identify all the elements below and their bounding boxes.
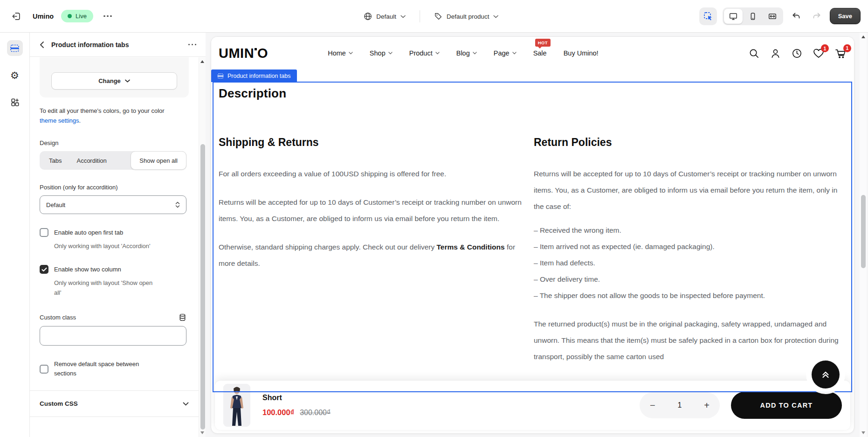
- save-button[interactable]: Save: [830, 8, 861, 24]
- clock-icon: [792, 48, 802, 59]
- panel-scrollbar-thumb[interactable]: [200, 144, 205, 430]
- hot-badge: HOT: [535, 39, 551, 47]
- recently-viewed-button[interactable]: [792, 48, 802, 59]
- nav-buy-umino[interactable]: Buy Umino!: [564, 49, 599, 57]
- settings-panel: Product information tabs Change To edit …: [30, 33, 206, 437]
- ellipsis-icon: [103, 15, 112, 17]
- two-column-checkbox[interactable]: [40, 265, 48, 274]
- exit-icon: [11, 11, 21, 21]
- chevron-down-icon: [493, 15, 498, 18]
- panel-body: Change To edit all your theme's colors, …: [30, 57, 199, 437]
- mobile-icon: [748, 12, 758, 21]
- scroll-down-arrow-icon[interactable]: [200, 431, 204, 434]
- preview-scrollbar[interactable]: [860, 33, 867, 437]
- add-to-cart-button[interactable]: ADD TO CART: [731, 392, 842, 419]
- rail-theme-settings-tab[interactable]: ⚙: [7, 67, 23, 83]
- desktop-icon: [729, 12, 738, 21]
- list-item: – Item arrived not as expected (ie. dama…: [534, 238, 849, 255]
- quantity-decrease-button[interactable]: −: [650, 401, 655, 410]
- position-select[interactable]: Default: [40, 195, 186, 214]
- scroll-up-arrow-icon[interactable]: [861, 35, 865, 38]
- scroll-down-arrow-icon[interactable]: [861, 431, 865, 434]
- redo-icon: [812, 12, 821, 21]
- return-cases-list: – Received the wrong item. – Item arrive…: [534, 222, 849, 304]
- locale-selector[interactable]: Default: [359, 8, 410, 24]
- auto-open-checkbox[interactable]: [40, 228, 48, 237]
- design-segmented-control: Tabs Accordition Show open all: [40, 151, 186, 170]
- nav-blog[interactable]: Blog: [456, 49, 477, 57]
- double-chevron-up-icon: [820, 370, 831, 379]
- theme-settings-link[interactable]: theme settings: [40, 117, 79, 124]
- auto-open-label: Enable auto open first tab: [54, 228, 123, 237]
- rail-apps-tab[interactable]: [7, 94, 23, 110]
- back-button[interactable]: [39, 41, 45, 49]
- cart-count-badge: 1: [843, 44, 851, 52]
- section-title: Description: [219, 86, 286, 101]
- two-column-help: Only working with layout 'Show open all': [54, 278, 154, 298]
- undo-icon: [792, 12, 801, 21]
- list-item: – The shipper does not allow the goods t…: [534, 287, 849, 304]
- logo-dot: [255, 48, 257, 50]
- nav-sale[interactable]: HOT Sale: [533, 49, 547, 57]
- person-icon: [770, 48, 781, 59]
- product-thumbnail: [223, 384, 250, 427]
- chevron-down-icon: [400, 15, 406, 18]
- quantity-value: 1: [678, 401, 682, 409]
- design-option-accordion[interactable]: Accordition: [69, 151, 114, 170]
- scroll-to-top-button[interactable]: [812, 361, 840, 388]
- section-selection-label[interactable]: Product information tabs: [211, 69, 297, 82]
- inspector-button[interactable]: [699, 7, 717, 25]
- terms-conditions-link[interactable]: Terms & Conditions: [437, 243, 505, 251]
- sections-icon: [217, 73, 224, 79]
- nav-page[interactable]: Page: [494, 49, 517, 57]
- preview-scrollbar-thumb[interactable]: [861, 195, 866, 268]
- fullwidth-icon: [768, 12, 777, 21]
- store-name: Umino: [33, 13, 54, 20]
- undo-button[interactable]: [789, 7, 804, 25]
- wishlist-button[interactable]: 1: [813, 48, 824, 58]
- quantity-increase-button[interactable]: +: [704, 401, 710, 410]
- regular-price: 300.000₫: [300, 409, 331, 417]
- more-actions-button[interactable]: [101, 7, 115, 25]
- tag-icon: [434, 12, 442, 21]
- design-label: Design: [40, 139, 189, 146]
- remove-space-checkbox[interactable]: [40, 365, 48, 374]
- database-icon[interactable]: [179, 313, 186, 321]
- fullwidth-preview-button[interactable]: [763, 9, 782, 24]
- globe-icon: [364, 12, 372, 21]
- sticky-add-to-cart-bar: Short 100.000₫ 300.000₫ − 1 + ADD TO CAR…: [215, 381, 850, 430]
- remove-space-row: Remove default space between sections: [40, 360, 189, 378]
- cart-button[interactable]: 1: [835, 48, 847, 59]
- store-logo[interactable]: UMINO: [219, 46, 268, 61]
- wishlist-count-badge: 1: [821, 44, 829, 52]
- exit-editor-button[interactable]: [7, 7, 25, 25]
- preview-canvas: UMINO Home Shop Product Blog: [206, 33, 868, 437]
- search-button[interactable]: [749, 48, 759, 59]
- desktop-preview-button[interactable]: [724, 9, 743, 24]
- nav-home[interactable]: Home: [328, 49, 353, 57]
- account-button[interactable]: [770, 48, 781, 59]
- mobile-preview-button[interactable]: [744, 9, 762, 24]
- change-button[interactable]: Change: [51, 72, 177, 90]
- scroll-up-arrow-icon[interactable]: [200, 60, 204, 63]
- panel-scrollbar[interactable]: [199, 57, 206, 437]
- section-more-button[interactable]: [188, 44, 197, 46]
- custom-css-label: Custom CSS: [40, 400, 78, 407]
- storefront-header: UMINO Home Shop Product Blog: [211, 37, 854, 69]
- custom-css-disclosure[interactable]: Custom CSS: [40, 391, 189, 416]
- nav-product[interactable]: Product: [409, 49, 440, 57]
- nav-shop[interactable]: Shop: [370, 49, 393, 57]
- design-option-show-open-all[interactable]: Show open all: [131, 151, 186, 170]
- auto-open-row: Enable auto open first tab: [40, 228, 189, 237]
- redo-button[interactable]: [809, 7, 824, 25]
- design-option-tabs[interactable]: Tabs: [40, 151, 69, 170]
- storefront-nav: Home Shop Product Blog Page: [328, 49, 598, 57]
- chevron-down-icon: [388, 52, 393, 55]
- two-column-row: Enable show two column: [40, 265, 189, 274]
- rail-sections-tab[interactable]: [7, 40, 23, 56]
- remove-space-label: Remove default space between sections: [54, 360, 156, 378]
- custom-class-input[interactable]: [40, 326, 186, 346]
- sale-price: 100.000₫: [262, 408, 294, 417]
- template-selector[interactable]: Default product: [429, 8, 503, 24]
- quantity-stepper: − 1 +: [640, 392, 720, 418]
